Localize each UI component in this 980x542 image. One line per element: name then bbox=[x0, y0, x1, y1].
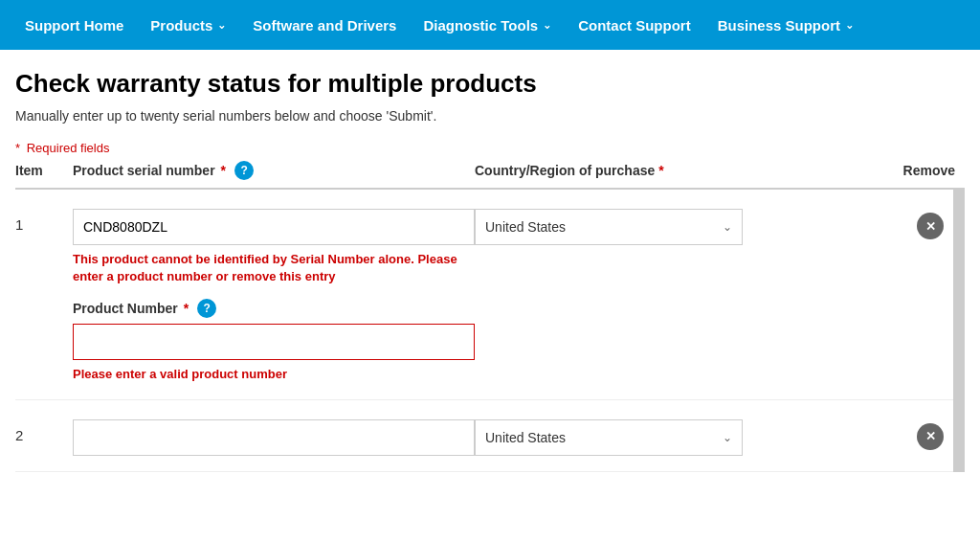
product-number-input[interactable] bbox=[73, 324, 475, 360]
row-number: 1 bbox=[15, 209, 73, 233]
page-subtitle: Manually enter up to twenty serial numbe… bbox=[15, 108, 965, 124]
col-header-country: Country/Region of purchase * bbox=[475, 163, 888, 178]
nav-business-support[interactable]: Business Support ⌄ bbox=[704, 0, 867, 50]
row-remove-area: ✕ bbox=[877, 419, 953, 450]
required-star: * bbox=[658, 163, 663, 178]
col-header-item: Item bbox=[15, 163, 73, 178]
rows-container: 1 This product cannot be identified by S… bbox=[15, 190, 965, 472]
serial-number-input[interactable] bbox=[73, 419, 475, 456]
nav-products[interactable]: Products ⌄ bbox=[137, 0, 239, 50]
remove-row-button[interactable]: ✕ bbox=[917, 213, 944, 239]
serial-number-input[interactable] bbox=[73, 209, 475, 245]
product-number-help-icon[interactable]: ? bbox=[197, 299, 216, 318]
nav-support-home[interactable]: Support Home bbox=[11, 0, 137, 50]
product-number-label: Product Number * ? bbox=[73, 299, 475, 318]
required-star: * bbox=[221, 163, 226, 178]
country-select-value: United States bbox=[485, 430, 723, 445]
nav-software-drivers[interactable]: Software and Drivers bbox=[239, 0, 410, 50]
table-row: 1 This product cannot be identified by S… bbox=[15, 190, 953, 400]
country-region-select[interactable]: United States ⌄ bbox=[475, 419, 743, 456]
row-country-area: United States ⌄ bbox=[475, 419, 877, 456]
nav-diagnostic-tools[interactable]: Diagnostic Tools ⌄ bbox=[410, 0, 565, 50]
chevron-down-icon: ⌄ bbox=[543, 19, 551, 32]
navigation: Support Home Products ⌄ Software and Dri… bbox=[0, 0, 980, 50]
required-fields-note: * Required fields bbox=[15, 141, 965, 155]
chevron-down-icon: ⌄ bbox=[723, 220, 732, 234]
country-region-select[interactable]: United States ⌄ bbox=[475, 209, 743, 245]
col-header-serial: Product serial number * ? bbox=[73, 161, 475, 180]
serial-help-icon[interactable]: ? bbox=[234, 161, 254, 180]
serial-error-message: This product cannot be identified by Ser… bbox=[73, 251, 475, 285]
chevron-down-icon: ⌄ bbox=[723, 431, 732, 444]
close-icon: ✕ bbox=[925, 429, 936, 443]
required-star: * bbox=[15, 141, 20, 155]
product-number-error-message: Please enter a valid product number bbox=[73, 366, 475, 383]
row-number: 2 bbox=[15, 419, 73, 443]
table-row: 2 United States ⌄ ✕ bbox=[15, 400, 953, 472]
row-remove-area: ✕ bbox=[877, 209, 953, 239]
col-header-remove: Remove bbox=[888, 163, 965, 178]
table-header: Item Product serial number * ? Country/R… bbox=[15, 161, 965, 190]
chevron-down-icon: ⌄ bbox=[845, 19, 854, 32]
main-content: Check warranty status for multiple produ… bbox=[0, 50, 980, 491]
remove-row-button[interactable]: ✕ bbox=[917, 423, 944, 450]
row-serial-area: This product cannot be identified by Ser… bbox=[73, 209, 475, 384]
row-country-area: United States ⌄ bbox=[475, 209, 877, 245]
page-title: Check warranty status for multiple produ… bbox=[15, 69, 965, 99]
nav-contact-support[interactable]: Contact Support bbox=[565, 0, 704, 50]
row-serial-area bbox=[73, 419, 475, 456]
close-icon: ✕ bbox=[925, 219, 936, 234]
country-select-value: United States bbox=[485, 219, 723, 235]
chevron-down-icon: ⌄ bbox=[217, 19, 226, 32]
required-star: * bbox=[184, 301, 189, 316]
